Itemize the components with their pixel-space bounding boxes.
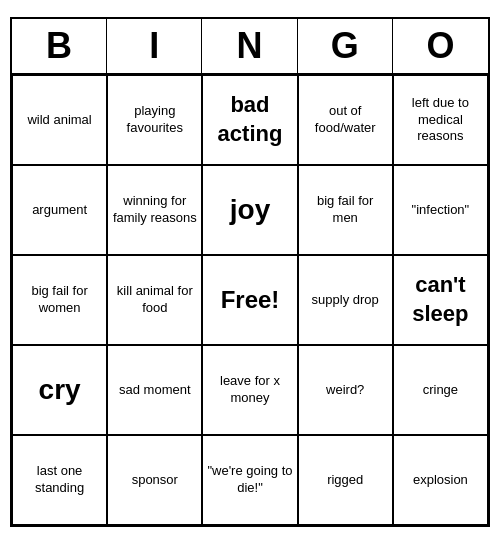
bingo-cell-23: rigged [298,435,393,525]
bingo-cell-5: argument [12,165,107,255]
bingo-cell-21: sponsor [107,435,202,525]
bingo-cell-10: big fail for women [12,255,107,345]
bingo-cell-8: big fail for men [298,165,393,255]
bingo-cell-0: wild animal [12,75,107,165]
bingo-cell-11: kill animal for food [107,255,202,345]
header-letter-o: O [393,19,488,73]
header-letter-i: I [107,19,202,73]
bingo-cell-12: Free! [202,255,297,345]
bingo-cell-19: cringe [393,345,488,435]
bingo-header: BINGO [12,19,488,75]
bingo-cell-24: explosion [393,435,488,525]
bingo-cell-3: out of food/water [298,75,393,165]
header-letter-b: B [12,19,107,73]
bingo-cell-13: supply drop [298,255,393,345]
bingo-grid: wild animalplaying favouritesbad actingo… [12,75,488,525]
header-letter-n: N [202,19,297,73]
bingo-cell-16: sad moment [107,345,202,435]
bingo-card: BINGO wild animalplaying favouritesbad a… [10,17,490,527]
bingo-cell-2: bad acting [202,75,297,165]
bingo-cell-17: leave for x money [202,345,297,435]
bingo-cell-22: "we're going to die!" [202,435,297,525]
bingo-cell-1: playing favourites [107,75,202,165]
bingo-cell-6: winning for family reasons [107,165,202,255]
bingo-cell-14: can't sleep [393,255,488,345]
bingo-cell-15: cry [12,345,107,435]
bingo-cell-9: "infection" [393,165,488,255]
bingo-cell-7: joy [202,165,297,255]
header-letter-g: G [298,19,393,73]
bingo-cell-18: weird? [298,345,393,435]
bingo-cell-20: last one standing [12,435,107,525]
bingo-cell-4: left due to medical reasons [393,75,488,165]
